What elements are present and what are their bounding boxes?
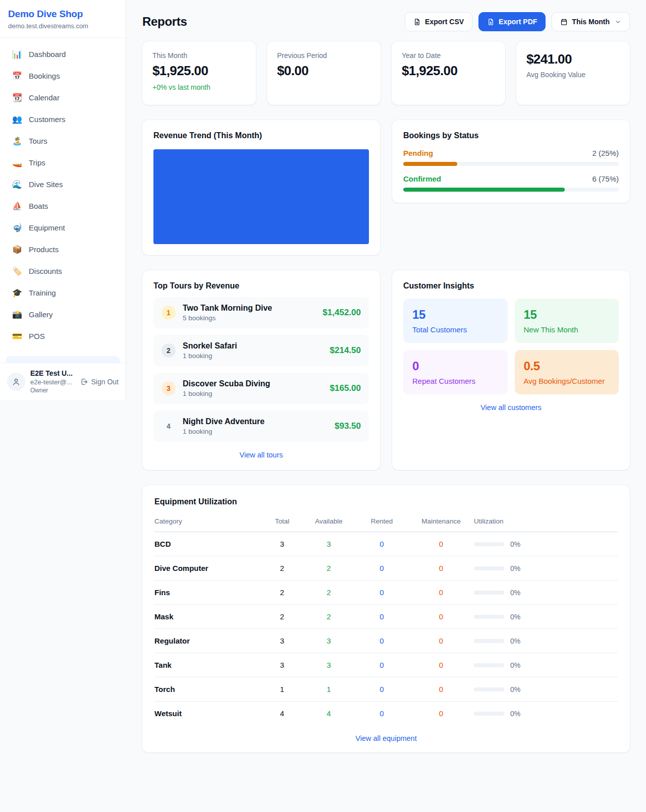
column-header-rented: Rented [355, 513, 408, 532]
export-pdf-button[interactable]: Export PDF [478, 12, 546, 31]
user-avatar-icon [12, 377, 21, 386]
file-download-icon [487, 18, 495, 26]
equipment-icon: 🤿 [12, 223, 22, 233]
revenue-trend-card: Revenue Trend (This Month) [142, 120, 380, 255]
sidebar-item-dashboard[interactable]: 📊 Dashboard [6, 44, 120, 64]
bookings-by-status-card: Bookings by Status Pending 2 (25%) [392, 120, 630, 203]
equipment-available: 3 [302, 629, 355, 653]
tour-revenue: $165.00 [330, 383, 361, 393]
utilization-percent: 0% [510, 710, 520, 718]
header-actions: Export CSV Export PDF This Month [405, 12, 630, 31]
view-all-customers-link[interactable]: View all customers [403, 403, 619, 412]
sidebar-item-gallery[interactable]: 📸 Gallery [6, 304, 120, 324]
dashboard-icon: 📊 [12, 49, 22, 59]
equipment-rented: 0 [355, 581, 408, 605]
rank-badge: 1 [162, 306, 176, 320]
utilization-percent: 0% [510, 540, 520, 548]
sidebar-item-label: Gallery [29, 310, 53, 319]
tours-icon: 🏝️ [12, 136, 22, 146]
stat-label: Previous Period [277, 51, 370, 60]
sidebar-item-label: Trips [29, 158, 45, 167]
sidebar-active-item-partial[interactable] [6, 356, 120, 363]
revenue-trend-title: Revenue Trend (This Month) [153, 131, 369, 140]
sidebar-item-label: Customers [29, 115, 66, 124]
status-count: 2 (25%) [592, 149, 619, 157]
sidebar-item-bookings[interactable]: 📅 Bookings [6, 66, 120, 86]
training-icon: 🎓 [12, 288, 22, 298]
dive-sites-icon: 🌊 [12, 180, 22, 189]
bookings-icon: 📅 [12, 71, 22, 81]
customer-insights-card: Customer Insights 15 Total Customers 15 … [392, 270, 630, 470]
utilization-bar-track [474, 591, 504, 595]
tour-revenue: $214.50 [330, 345, 361, 356]
trips-icon: 🚤 [12, 158, 22, 167]
equipment-available: 2 [302, 605, 355, 629]
sidebar-item-training[interactable]: 🎓 Training [6, 282, 120, 303]
tour-row: 4 Night Dive Adventure 1 booking $93.50 [153, 411, 369, 442]
tour-bookings: 1 booking [183, 390, 270, 397]
equipment-maintenance: 0 [408, 532, 474, 556]
equipment-rented: 0 [355, 702, 408, 726]
user-panel: E2E Test U... e2e-tester@... Owner Sign … [0, 363, 126, 400]
stat-value: $1,925.00 [152, 63, 246, 79]
equipment-rented: 0 [355, 677, 408, 702]
sidebar-item-label: POS [29, 332, 45, 340]
stat-delta: +0% vs last month [152, 83, 246, 91]
sidebar-item-boats[interactable]: ⛵ Boats [6, 196, 120, 216]
export-csv-label: Export CSV [425, 18, 464, 26]
equipment-total: 2 [262, 581, 302, 605]
sidebar-item-pos[interactable]: 💳 POS [6, 326, 120, 346]
sidebar-item-equipment[interactable]: 🤿 Equipment [6, 217, 120, 238]
stat-card-year-to-date: Year to Date $1,925.00 [392, 41, 505, 105]
calendar-icon [560, 18, 568, 26]
pos-icon: 💳 [12, 331, 22, 341]
period-dropdown[interactable]: This Month [552, 12, 630, 31]
view-all-tours-link[interactable]: View all tours [153, 451, 369, 459]
rank-badge: 4 [162, 419, 176, 433]
calendar-icon: 📆 [12, 93, 22, 102]
tour-bookings: 1 booking [183, 352, 237, 360]
sidebar-item-tours[interactable]: 🏝️ Tours [6, 131, 120, 151]
tour-list: 1 Two Tank Morning Dive 5 bookings $1,45… [153, 297, 369, 442]
insight-label: New This Month [524, 325, 610, 334]
utilization-bar-track [474, 639, 504, 643]
sidebar-item-dive-sites[interactable]: 🌊 Dive Sites [6, 174, 120, 194]
stat-label: Year to Date [402, 51, 495, 60]
status-label: Confirmed [403, 175, 441, 183]
customers-icon: 👥 [12, 114, 22, 124]
stat-value: $1,925.00 [402, 63, 495, 79]
sidebar-item-customers[interactable]: 👥 Customers [6, 109, 120, 129]
insight-label: Total Customers [412, 325, 499, 334]
equipment-available: 3 [302, 653, 355, 677]
main-content: Reports Export CSV Export PDF This Month… [126, 0, 646, 773]
tour-revenue: $93.50 [335, 421, 361, 431]
equipment-maintenance: 0 [408, 629, 474, 653]
stat-card-previous-period: Previous Period $0.00 [267, 41, 381, 105]
equipment-available: 2 [302, 556, 355, 581]
table-row: Fins 2 2 0 0 0% [154, 581, 618, 605]
charts-row: Revenue Trend (This Month) Bookings by S… [142, 120, 630, 255]
equipment-available: 4 [302, 702, 355, 726]
insight-tile: 0.5 Avg Bookings/Customer [515, 350, 619, 394]
utilization-bar-track [474, 542, 504, 546]
sidebar-item-calendar[interactable]: 📆 Calendar [6, 87, 120, 107]
sidebar-item-products[interactable]: 📦 Products [6, 239, 120, 259]
sidebar-item-label: Calendar [29, 93, 60, 102]
page-header: Reports Export CSV Export PDF This Month [142, 12, 630, 31]
sidebar-item-trips[interactable]: 🚤 Trips [6, 152, 120, 172]
utilization-bar-track [474, 687, 504, 691]
table-row: BCD 3 3 0 0 0% [154, 532, 618, 556]
view-all-equipment-link[interactable]: View all equipment [154, 734, 618, 742]
column-header-maintenance: Maintenance [408, 513, 474, 532]
status-progress-track [403, 188, 619, 192]
equipment-total: 3 [262, 653, 302, 677]
stat-value: $241.00 [526, 51, 620, 67]
column-header-utilization: Utilization [474, 513, 618, 532]
export-csv-button[interactable]: Export CSV [405, 12, 472, 31]
sign-out-button[interactable]: Sign Out [80, 378, 119, 386]
sidebar-item-discounts[interactable]: 🏷️ Discounts [6, 261, 120, 281]
tour-name: Two Tank Morning Dive [183, 304, 272, 313]
table-row: Mask 2 2 0 0 0% [154, 605, 618, 629]
equipment-category: Regulator [154, 629, 262, 653]
page-title: Reports [142, 15, 187, 29]
